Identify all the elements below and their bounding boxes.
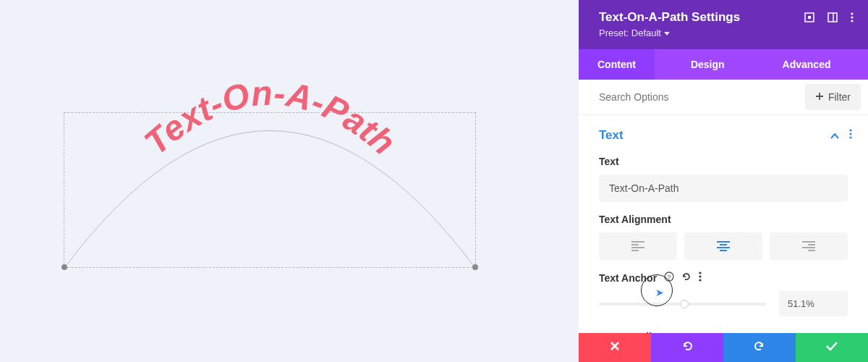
field-text: Text: [579, 150, 868, 208]
field-more-icon[interactable]: [699, 272, 702, 284]
redo-button[interactable]: [723, 333, 796, 362]
cancel-button[interactable]: [579, 333, 651, 362]
svg-rect-18: [720, 250, 727, 251]
reset-icon[interactable]: [681, 272, 692, 284]
align-left-button[interactable]: [599, 232, 677, 260]
text-input[interactable]: [599, 174, 848, 202]
tab-design[interactable]: Design: [672, 49, 744, 80]
filter-button[interactable]: Filter: [805, 84, 861, 110]
slider-thumb[interactable]: [680, 300, 689, 308]
panel-body: Text Text Text Alignment: [579, 115, 868, 333]
tabs: Content Design Advanced: [579, 49, 868, 80]
align-right-button[interactable]: [770, 232, 848, 260]
svg-point-9: [849, 132, 851, 135]
svg-point-25: [699, 272, 702, 274]
svg-point-26: [699, 275, 702, 277]
svg-text:?: ?: [668, 274, 671, 281]
field-anchor: Text Anchor ? 51: [579, 266, 868, 322]
focus-icon[interactable]: [804, 12, 814, 22]
confirm-button[interactable]: [796, 333, 868, 362]
panel-title: Text-On-A-Path Settings: [599, 10, 740, 25]
align-center-button[interactable]: [684, 232, 762, 260]
section-more-icon[interactable]: [849, 129, 852, 142]
svg-rect-13: [631, 247, 644, 248]
layout-icon[interactable]: [827, 12, 838, 22]
svg-point-7: [851, 20, 853, 22]
search-row: Filter: [579, 80, 868, 115]
svg-rect-22: [808, 250, 815, 251]
svg-rect-15: [717, 241, 730, 243]
section-title: Text: [599, 128, 624, 143]
resize-handle-br[interactable]: [472, 264, 478, 270]
curved-text: Text-On-A-Path: [64, 69, 476, 257]
alignment-label: Text Alignment: [599, 214, 848, 225]
panel-header: Text-On-A-Path Settings Preset: Default: [579, 0, 868, 49]
help-icon[interactable]: ?: [664, 272, 674, 284]
svg-text:Text-On-A-Path: Text-On-A-Path: [137, 74, 402, 162]
svg-point-8: [849, 129, 851, 131]
tab-content[interactable]: Content: [579, 49, 655, 80]
chevron-up-icon[interactable]: [830, 129, 839, 142]
chevron-down-icon: [664, 28, 670, 38]
check-icon: [825, 341, 838, 354]
svg-point-27: [699, 279, 702, 281]
svg-rect-2: [808, 16, 811, 19]
more-icon[interactable]: [851, 12, 854, 22]
svg-rect-3: [828, 13, 837, 22]
svg-point-5: [851, 12, 853, 14]
canvas-area[interactable]: Text-On-A-Path: [0, 0, 579, 362]
undo-icon: [681, 340, 694, 355]
tab-advanced[interactable]: Advanced: [764, 49, 850, 80]
resize-handle-bl[interactable]: [61, 264, 67, 270]
filter-label: Filter: [828, 91, 851, 103]
settings-panel: Text-On-A-Path Settings Preset: Default …: [579, 0, 868, 362]
svg-rect-20: [808, 244, 815, 245]
undo-button[interactable]: [651, 333, 723, 362]
preset-label: Preset: Default: [599, 28, 661, 38]
svg-point-6: [851, 16, 853, 18]
svg-rect-12: [631, 244, 639, 245]
svg-rect-21: [802, 247, 815, 248]
preset-selector[interactable]: Preset: Default: [599, 28, 670, 38]
anchor-slider[interactable]: [599, 298, 766, 310]
redo-icon: [753, 340, 766, 355]
section-text-header[interactable]: Text: [579, 115, 868, 150]
close-icon: [609, 340, 621, 355]
svg-rect-19: [802, 241, 815, 243]
svg-rect-17: [717, 247, 730, 248]
field-baseline-label: Text Baseline: [579, 322, 868, 333]
svg-point-10: [849, 136, 851, 138]
svg-rect-11: [631, 241, 644, 243]
search-input[interactable]: [579, 82, 805, 112]
anchor-label: Text Anchor: [599, 272, 657, 284]
svg-rect-16: [720, 244, 727, 245]
svg-rect-14: [631, 250, 639, 251]
plus-icon: [815, 91, 824, 103]
field-alignment: Text Alignment: [579, 208, 868, 266]
text-label: Text: [599, 156, 848, 167]
bottom-actions: [579, 333, 868, 362]
anchor-value[interactable]: 51.1%: [779, 291, 848, 316]
